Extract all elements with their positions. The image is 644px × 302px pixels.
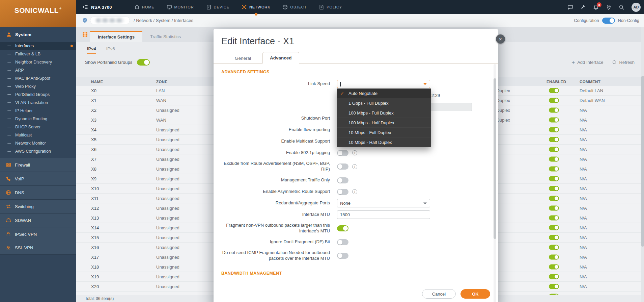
device-name: NSA 3700 [91, 5, 112, 10]
dialog-scrollbar[interactable] [494, 64, 496, 302]
enabled-toggle[interactable] [549, 186, 559, 191]
dropdown-option[interactable]: ✓ 10 Mbps - Full Duplex [337, 128, 431, 137]
dash-icon [7, 102, 11, 103]
scrollbar-thumb[interactable] [641, 76, 644, 247]
icmp-toggle[interactable] [337, 253, 348, 259]
sidebar-item-ssl-vpn[interactable]: SSL VPN [0, 241, 76, 255]
breadcrumb: / Network / System / Interfaces [134, 18, 193, 23]
sidebar-item[interactable]: PortShield Groups [0, 91, 76, 99]
nav-item-device[interactable]: DEVICE [206, 0, 229, 14]
dash-icon [7, 127, 11, 127]
sidebar-item[interactable]: ARP [0, 66, 76, 74]
tab-traffic-statistics[interactable]: Traffic Statistics [142, 31, 189, 42]
asymmetric-route-toggle[interactable] [337, 189, 348, 195]
sidebar-item[interactable]: Dynamic Routing [0, 115, 76, 123]
active-nav-indicator [255, 13, 257, 16]
config-mode-toggle[interactable] [602, 18, 615, 24]
switch-arrows-icon [6, 204, 11, 209]
sidebar-item-sdwan[interactable]: SDWAN [0, 213, 76, 227]
tab-advanced[interactable]: Advanced [262, 52, 299, 64]
tab-interface-settings[interactable]: Interface Settings [90, 31, 142, 42]
enabled-toggle[interactable] [549, 206, 559, 211]
sidebar-item-dns[interactable]: DNS [0, 185, 76, 199]
dropdown-option[interactable]: ✓ 100 Mbps - Full Duplex [337, 108, 431, 118]
search-icon[interactable] [619, 4, 624, 10]
enabled-toggle[interactable] [549, 157, 559, 162]
sidebar-item[interactable]: DHCP Server [0, 123, 76, 131]
enabled-toggle[interactable] [549, 108, 559, 113]
link-speed-select[interactable]: ✓ Auto Negotiate ✓ 1 Gbps - Full Duplex … [337, 80, 430, 88]
tagging-toggle[interactable] [337, 150, 348, 156]
refresh-button[interactable]: Refresh [612, 60, 635, 65]
sidebar-item[interactable]: MAC IP Anti-Spoof [0, 74, 76, 82]
pin-icon[interactable] [606, 4, 612, 10]
enabled-toggle[interactable] [549, 255, 559, 260]
dropdown-option[interactable]: ✓ 100 Mbps - Half Duplex [337, 118, 431, 128]
cancel-button[interactable]: Cancel [422, 289, 456, 299]
sidebar-section-system[interactable]: System [0, 27, 76, 42]
enabled-toggle[interactable] [549, 118, 559, 123]
sidebar-item[interactable]: Network Monitor [0, 139, 76, 147]
sidebar-item[interactable]: AWS Configuration [0, 147, 76, 155]
enabled-toggle[interactable] [549, 127, 559, 132]
add-interface-button[interactable]: + Add Interface [571, 59, 603, 65]
enabled-toggle[interactable] [549, 88, 559, 93]
enabled-toggle[interactable] [549, 274, 559, 279]
sidebar-item[interactable]: Failover & LB [0, 50, 76, 58]
enabled-toggle[interactable] [549, 245, 559, 250]
sidebar-item-voip[interactable]: VoIP [0, 172, 76, 185]
dropdown-option[interactable]: ✓ Auto Negotiate [337, 89, 431, 98]
page-scrollbar[interactable] [641, 27, 644, 302]
tab-ipv6[interactable]: IPv6 [106, 46, 115, 51]
sidebar-item[interactable]: Multicast [0, 131, 76, 139]
nav-item-network[interactable]: NETWORK [242, 0, 271, 14]
view-grid-icon[interactable] [82, 32, 88, 37]
enabled-toggle[interactable] [549, 98, 559, 103]
exclude-route-toggle[interactable] [337, 163, 348, 170]
wrench-icon[interactable] [580, 4, 586, 10]
interface-mtu-input[interactable] [337, 210, 430, 219]
nav-item-object[interactable]: OBJECT [282, 0, 307, 14]
dropdown-option[interactable]: ✓ 10 Mbps - Half Duplex [337, 137, 431, 147]
sidebar-item-ipsec-vpn[interactable]: IPSec VPN [0, 227, 76, 241]
dialog-scrollbar-thumb[interactable] [494, 78, 496, 239]
enabled-toggle[interactable] [549, 147, 559, 152]
menu-collapse-icon[interactable] [83, 4, 88, 10]
nav-item-monitor[interactable]: MONITOR [167, 0, 194, 14]
policy-document-icon [319, 4, 324, 10]
sidebar-item[interactable]: Neighbor Discovery [0, 58, 76, 66]
sidebar-item-firewall[interactable]: Firewall [0, 158, 76, 172]
dash-icon [7, 78, 11, 79]
sidebar-item[interactable]: Web Proxy [0, 82, 76, 91]
tab-general[interactable]: General [229, 53, 257, 63]
active-item-indicator [71, 45, 73, 47]
enabled-toggle[interactable] [549, 196, 559, 201]
sidebar-item-switching[interactable]: Switching [0, 199, 76, 213]
enabled-toggle[interactable] [549, 265, 559, 270]
enabled-toggle[interactable] [549, 216, 559, 221]
enabled-toggle[interactable] [549, 176, 559, 181]
message-icon[interactable] [567, 4, 573, 10]
nav-item-home[interactable]: HOME [134, 0, 155, 14]
enabled-toggle[interactable] [549, 235, 559, 240]
enabled-toggle[interactable] [549, 167, 559, 172]
bell-icon[interactable]: 8 [593, 4, 599, 10]
close-button[interactable]: × [496, 34, 505, 44]
enabled-toggle[interactable] [549, 225, 559, 230]
redundant-ports-select[interactable]: None [337, 199, 430, 207]
enabled-toggle[interactable] [549, 137, 559, 142]
management-only-toggle[interactable] [337, 177, 348, 183]
enabled-toggle[interactable] [549, 284, 559, 289]
tab-ipv4[interactable]: IPv4 [87, 46, 96, 51]
fragment-toggle[interactable] [337, 225, 348, 231]
sidebar-item[interactable]: IP Helper [0, 107, 76, 115]
dropdown-option[interactable]: ✓ 1 Gbps - Full Duplex [337, 98, 431, 108]
dialog-title: Edit Interface - X1 [221, 36, 498, 47]
sidebar-item[interactable]: Interfaces [0, 42, 76, 50]
portshield-toggle[interactable] [137, 59, 150, 66]
sidebar-item[interactable]: VLAN Translation [0, 99, 76, 107]
ignore-df-toggle[interactable] [337, 239, 348, 245]
nav-item-policy[interactable]: POLICY [319, 0, 342, 14]
ok-button[interactable]: OK [460, 289, 490, 299]
user-avatar[interactable]: AD [632, 3, 641, 12]
